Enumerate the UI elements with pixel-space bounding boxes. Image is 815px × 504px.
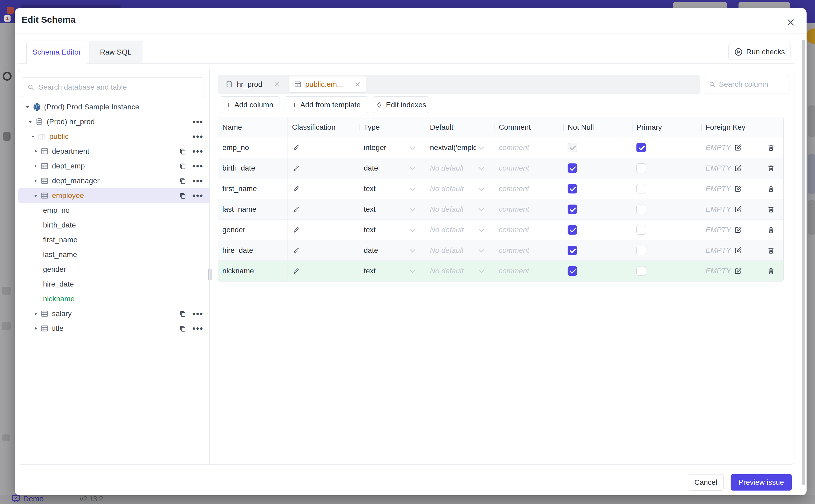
primary-checkbox[interactable] [637, 163, 646, 173]
copy-icon[interactable] [178, 177, 186, 185]
default-select[interactable]: No default [426, 240, 495, 260]
classification-cell[interactable] [288, 240, 359, 260]
tab-chip-public-employee[interactable]: public.em... [289, 76, 366, 93]
foreign-key-cell[interactable]: EMPTY [701, 178, 763, 199]
modal-scrollbar[interactable] [802, 40, 805, 485]
tree-item-table-dept-manager[interactable]: dept_manager ••• [18, 173, 210, 188]
classification-cell[interactable] [288, 178, 359, 199]
tree-item-database[interactable]: (Prod) hr_prod ••• [18, 114, 210, 129]
comment-input[interactable]: comment [495, 199, 563, 219]
tab-chip-hr-prod[interactable]: hr_prod [220, 77, 285, 92]
primary-checkbox[interactable] [637, 205, 646, 214]
tree-item-table-salary[interactable]: salary ••• [18, 306, 210, 321]
caret-right-icon[interactable] [31, 148, 40, 154]
default-select[interactable]: No default [426, 220, 495, 240]
copy-icon[interactable] [178, 192, 186, 200]
delete-row-icon[interactable] [767, 267, 775, 275]
type-select[interactable]: integer [359, 137, 426, 158]
copy-icon[interactable] [178, 324, 186, 332]
copy-icon[interactable] [178, 162, 186, 170]
not-null-checkbox[interactable] [568, 225, 577, 235]
tree-search-input[interactable] [38, 83, 199, 91]
primary-checkbox[interactable] [637, 143, 646, 152]
caret-right-icon[interactable] [31, 326, 40, 331]
foreign-key-cell[interactable]: EMPTY [701, 220, 763, 240]
copy-icon[interactable] [178, 147, 186, 155]
tree-item-schema-public[interactable]: public ••• [18, 129, 210, 144]
tree-column-nickname[interactable]: nickname [18, 292, 210, 306]
more-icon[interactable]: ••• [192, 311, 203, 316]
not-null-checkbox[interactable] [568, 246, 577, 255]
column-name[interactable]: nickname [218, 261, 288, 281]
delete-row-icon[interactable] [767, 144, 775, 152]
type-select[interactable]: text [359, 178, 426, 199]
classification-cell[interactable] [288, 199, 359, 219]
default-select[interactable]: No default [426, 261, 495, 281]
not-null-checkbox[interactable] [568, 143, 577, 152]
more-icon[interactable]: ••• [192, 326, 203, 331]
tree-item-table-title[interactable]: title ••• [18, 321, 210, 336]
tree-item-table-employee[interactable]: employee ••• [18, 188, 210, 203]
delete-row-icon[interactable] [767, 164, 775, 172]
cancel-button[interactable]: Cancel [688, 474, 724, 491]
comment-input[interactable]: comment [495, 137, 563, 158]
caret-right-icon[interactable] [31, 178, 40, 184]
edit-indexes-button[interactable]: Edit indexes [373, 96, 429, 113]
primary-checkbox[interactable] [637, 246, 646, 255]
foreign-key-cell[interactable]: EMPTY [701, 158, 763, 178]
copy-icon[interactable] [178, 310, 186, 318]
more-icon[interactable]: ••• [192, 149, 203, 154]
more-icon[interactable]: ••• [192, 163, 203, 169]
column-name[interactable]: hire_date [218, 240, 288, 260]
classification-cell[interactable] [288, 220, 359, 240]
default-select[interactable]: nextval('employ [426, 137, 495, 158]
tree-item-table-dept-emp[interactable]: dept_emp ••• [18, 159, 210, 173]
preview-issue-button[interactable]: Preview issue [731, 474, 792, 491]
comment-input[interactable]: comment [495, 158, 563, 178]
classification-cell[interactable] [288, 261, 359, 281]
comment-input[interactable]: comment [495, 261, 563, 281]
more-icon[interactable]: ••• [192, 193, 203, 198]
delete-row-icon[interactable] [767, 185, 775, 193]
primary-checkbox[interactable] [637, 225, 646, 235]
default-select[interactable]: No default [426, 158, 495, 178]
tree-column-emp-no[interactable]: emp_no [18, 203, 210, 218]
close-icon[interactable] [273, 81, 280, 88]
column-name[interactable]: gender [218, 220, 288, 240]
not-null-checkbox[interactable] [568, 163, 577, 173]
tree-column-birth-date[interactable]: birth_date [18, 218, 210, 232]
type-select[interactable]: text [359, 261, 426, 281]
comment-input[interactable]: comment [495, 178, 563, 199]
more-icon[interactable]: ••• [192, 119, 203, 124]
comment-input[interactable]: comment [495, 220, 563, 240]
add-from-template-button[interactable]: + Add from template [284, 96, 368, 113]
close-icon[interactable] [784, 16, 797, 29]
tab-raw-sql[interactable]: Raw SQL [89, 41, 142, 64]
foreign-key-cell[interactable]: EMPTY [701, 199, 763, 219]
tree-column-first-name[interactable]: first_name [18, 232, 210, 247]
tree-item-instance[interactable]: (Prod) Prod Sample Instance [18, 100, 210, 114]
demo-link[interactable]: Demo [11, 494, 44, 503]
caret-down-icon[interactable] [31, 193, 40, 198]
type-select[interactable]: text [359, 220, 426, 240]
more-icon[interactable]: ••• [192, 178, 203, 183]
primary-checkbox[interactable] [637, 266, 646, 276]
caret-down-icon[interactable] [23, 104, 32, 110]
classification-cell[interactable] [288, 158, 359, 178]
column-search-input[interactable] [719, 80, 780, 89]
foreign-key-cell[interactable]: EMPTY [701, 240, 763, 260]
default-select[interactable]: No default [426, 199, 495, 219]
not-null-checkbox[interactable] [568, 205, 577, 214]
not-null-checkbox[interactable] [568, 184, 577, 193]
run-checks-button[interactable]: Run checks [729, 44, 790, 60]
tree-item-table-department[interactable]: department ••• [18, 144, 210, 159]
caret-right-icon[interactable] [31, 163, 40, 169]
column-name[interactable]: emp_no [218, 137, 288, 158]
classification-cell[interactable] [288, 137, 359, 158]
add-column-button[interactable]: + Add column [220, 96, 280, 113]
column-name[interactable]: last_name [218, 199, 288, 219]
close-icon[interactable] [354, 81, 361, 88]
comment-input[interactable]: comment [495, 240, 563, 260]
column-search-box[interactable] [704, 75, 789, 94]
not-null-checkbox[interactable] [568, 266, 577, 276]
